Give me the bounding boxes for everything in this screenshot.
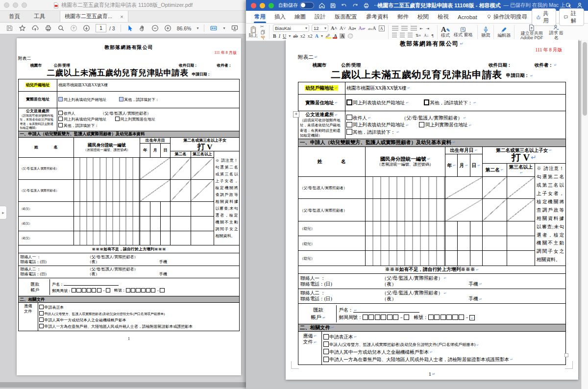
phonetic-guide-icon[interactable]: abcA (368, 25, 376, 31)
residence-same-checkbox[interactable] (346, 99, 352, 105)
second-tick-cell[interactable] (171, 201, 191, 216)
change-case-icon[interactable]: Aa▾ (348, 25, 356, 31)
birth-day-cell[interactable] (160, 231, 171, 245)
digit-box[interactable] (146, 288, 150, 292)
id-digit-cells[interactable] (74, 179, 140, 201)
doc-checkbox-1[interactable] (323, 334, 329, 340)
share-upload-icon[interactable] (31, 24, 39, 32)
highlight-color-icon[interactable]: 🖉 (325, 33, 331, 39)
tab-design[interactable]: 設計 (310, 11, 330, 23)
id-digit-cells[interactable] (365, 221, 445, 236)
delivery-same-household-checkbox[interactable] (346, 122, 352, 127)
digit-box[interactable] (428, 315, 434, 320)
create-share-adobe-pdf-button[interactable]: 建立並共用 Adobe PDF (518, 24, 545, 41)
tab-home[interactable]: 常用 (250, 11, 270, 23)
sort-icon[interactable]: A↓ (424, 33, 429, 38)
second-tick-cell[interactable] (482, 236, 507, 251)
toggle-pill-icon[interactable] (300, 2, 314, 9)
multilevel-list-icon[interactable] (411, 26, 417, 31)
print-icon[interactable] (363, 2, 369, 9)
underline-button[interactable]: U (283, 33, 286, 39)
cut-icon[interactable]: ✂ (260, 24, 266, 29)
align-right-icon[interactable] (408, 33, 413, 38)
bold-button[interactable]: B (273, 33, 276, 39)
third-tick-cell[interactable] (507, 236, 535, 251)
digit-box[interactable] (126, 288, 130, 292)
page-display-icon[interactable] (231, 24, 239, 32)
tab-tools[interactable]: 工具 (27, 11, 52, 22)
tab-references[interactable]: 參考資料 (362, 11, 393, 23)
digit-box[interactable] (434, 315, 440, 320)
residence-other-checkbox[interactable] (424, 99, 429, 105)
font-size-select[interactable]: 12▾ (312, 24, 328, 32)
digit-box[interactable] (106, 288, 110, 292)
star-icon[interactable] (19, 24, 26, 32)
numbered-list-icon[interactable] (401, 26, 408, 31)
birth-day-cell[interactable] (470, 251, 482, 266)
digit-box[interactable] (469, 315, 475, 320)
align-left-icon[interactable] (392, 33, 397, 38)
id-digit-cells[interactable] (365, 199, 445, 221)
doc-checkbox-3[interactable] (323, 349, 329, 354)
digit-box[interactable] (72, 288, 76, 292)
second-tick-cell[interactable] (171, 231, 191, 245)
birth-day-cell[interactable] (470, 221, 482, 236)
tab-mailings[interactable]: 郵件 (393, 11, 413, 23)
font-color-icon[interactable]: A (334, 33, 337, 39)
bullet-list-icon[interactable] (392, 26, 398, 31)
share-button[interactable]: 共用 (532, 8, 557, 26)
italic-button[interactable]: I (279, 33, 280, 39)
doc-checkbox-1[interactable] (39, 305, 44, 309)
tab-tell-me[interactable]: 操作說明搜尋 (482, 11, 532, 23)
account-name-field[interactable] (64, 281, 119, 286)
delivery-recipient-checkbox[interactable] (58, 111, 63, 115)
third-tick-cell[interactable] (191, 231, 214, 245)
underline-caret-icon[interactable]: ▾ (289, 34, 291, 38)
subscript-button[interactable]: x2 (300, 33, 305, 39)
delivery-same-residence-checkbox[interactable] (115, 117, 120, 121)
comments-button[interactable]: 註解 (559, 8, 584, 26)
hand-tool-icon[interactable] (139, 24, 146, 32)
doc-checkbox-4[interactable] (323, 357, 329, 362)
line-spacing-icon[interactable]: ⇅≡ (416, 33, 421, 38)
tab-home[interactable]: 首頁 (2, 11, 27, 22)
close-tab-icon[interactable]: × (120, 14, 123, 20)
third-tick-cell[interactable] (191, 216, 214, 231)
second-tick-cell[interactable] (482, 221, 507, 236)
save-icon[interactable] (330, 2, 336, 9)
digit-box[interactable] (381, 315, 386, 320)
dictate-button[interactable]: 聽寫 (481, 24, 490, 40)
profile-icon[interactable] (576, 2, 583, 9)
zoom-out-icon[interactable] (151, 24, 159, 32)
enclose-characters-icon[interactable]: A (379, 25, 385, 31)
digit-box[interactable] (446, 315, 452, 320)
home-icon[interactable] (318, 2, 325, 9)
tab-acrobat[interactable]: Acrobat (453, 11, 482, 23)
print-icon[interactable] (45, 24, 52, 32)
birth-month-cell[interactable] (458, 221, 470, 236)
birth-day-cell[interactable] (160, 216, 171, 231)
fit-dropdown-caret-icon[interactable]: ▾ (223, 26, 225, 30)
minimize-window-button[interactable] (260, 3, 265, 8)
editor-button[interactable]: 編輯器 (497, 24, 511, 40)
id-digit-cells[interactable] (365, 236, 445, 251)
third-tick-cell[interactable] (507, 251, 535, 266)
search-icon[interactable] (565, 2, 572, 9)
id-digit-cells[interactable] (74, 157, 140, 179)
page-number-input[interactable]: 1 (96, 24, 106, 32)
residence-same-checkbox[interactable] (58, 97, 63, 101)
birth-month-cell[interactable] (458, 251, 470, 266)
digit-box[interactable] (160, 288, 164, 292)
autosave-toggle[interactable]: 自動儲存 (278, 2, 314, 9)
tab-layout[interactable]: 版面配置 (330, 11, 362, 23)
text-effects-icon[interactable]: A (315, 33, 318, 39)
font-name-select[interactable]: BiauKai▾ (273, 24, 309, 32)
delivery-same-household-checkbox[interactable] (58, 117, 63, 121)
grow-font-icon[interactable]: A˄ (331, 25, 337, 31)
tab-insert[interactable]: 插入 (270, 11, 290, 23)
save-icon[interactable] (6, 24, 13, 32)
undo-icon[interactable] (341, 2, 347, 9)
digit-box[interactable] (76, 288, 81, 292)
delivery-recipient-checkbox[interactable] (346, 115, 352, 120)
birth-day-cell[interactable] (160, 201, 171, 216)
